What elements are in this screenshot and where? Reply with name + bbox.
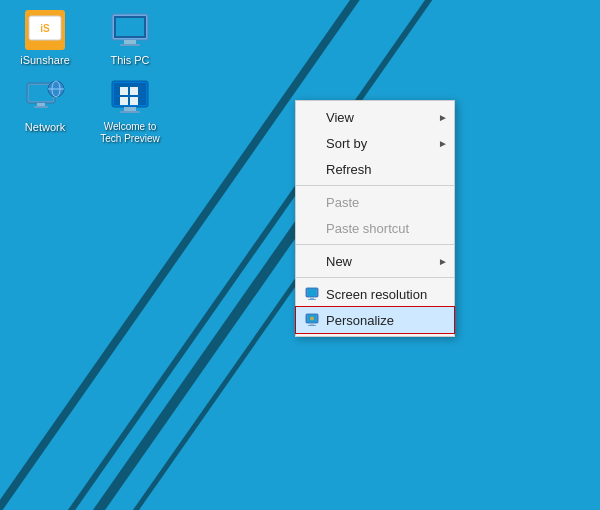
personalize-icon bbox=[304, 311, 322, 329]
icon-row-1: iS iSunshare This PC bbox=[10, 10, 165, 67]
menu-item-refresh-label: Refresh bbox=[326, 162, 434, 177]
svg-rect-21 bbox=[124, 107, 136, 111]
svg-rect-22 bbox=[120, 111, 140, 113]
svg-rect-18 bbox=[130, 87, 138, 95]
svg-rect-5 bbox=[124, 40, 136, 44]
separator-2 bbox=[296, 244, 454, 245]
svg-rect-11 bbox=[34, 106, 48, 108]
svg-text:iS: iS bbox=[40, 23, 50, 34]
thispc-label: This PC bbox=[110, 54, 149, 67]
svg-rect-26 bbox=[308, 299, 316, 300]
menu-item-sortby-label: Sort by bbox=[326, 136, 434, 151]
svg-rect-31 bbox=[308, 325, 316, 326]
desktop-icons: iS iSunshare This PC bbox=[10, 10, 165, 145]
menu-item-paste[interactable]: Paste bbox=[296, 189, 454, 215]
desktop-icon-network[interactable]: Network bbox=[10, 77, 80, 145]
separator-3 bbox=[296, 277, 454, 278]
network-label: Network bbox=[25, 121, 65, 134]
isunshare-icon-img: iS bbox=[25, 10, 65, 50]
view-arrow: ► bbox=[438, 112, 448, 123]
isunshare-label: iSunshare bbox=[20, 54, 70, 67]
menu-item-refresh[interactable]: Refresh bbox=[296, 156, 454, 182]
welcome-label: Welcome to Tech Preview bbox=[100, 121, 159, 145]
desktop-icon-isunshare[interactable]: iS iSunshare bbox=[10, 10, 80, 67]
desktop-icon-thispc[interactable]: This PC bbox=[95, 10, 165, 67]
paste-shortcut-icon-placeholder bbox=[304, 219, 322, 237]
menu-item-personalize[interactable]: Personalize bbox=[296, 307, 454, 333]
new-arrow: ► bbox=[438, 256, 448, 267]
svg-rect-6 bbox=[120, 44, 140, 46]
screen-resolution-icon bbox=[304, 285, 322, 303]
svg-rect-17 bbox=[120, 87, 128, 95]
svg-rect-20 bbox=[130, 97, 138, 105]
sortby-icon-placeholder bbox=[304, 134, 322, 152]
menu-item-new[interactable]: New ► bbox=[296, 248, 454, 274]
network-icon-img bbox=[25, 77, 65, 117]
menu-item-sortby[interactable]: Sort by ► bbox=[296, 130, 454, 156]
menu-item-new-label: New bbox=[326, 254, 434, 269]
svg-rect-24 bbox=[308, 289, 316, 296]
paste-icon-placeholder bbox=[304, 193, 322, 211]
sortby-arrow: ► bbox=[438, 138, 448, 149]
welcome-icon-img bbox=[110, 77, 150, 117]
menu-item-screen-resolution[interactable]: Screen resolution bbox=[296, 281, 454, 307]
view-icon-placeholder bbox=[304, 108, 322, 126]
svg-point-29 bbox=[310, 317, 314, 321]
menu-item-view[interactable]: View ► bbox=[296, 104, 454, 130]
svg-rect-25 bbox=[310, 297, 314, 299]
menu-item-paste-shortcut-label: Paste shortcut bbox=[326, 221, 434, 236]
svg-rect-7 bbox=[116, 18, 144, 36]
svg-rect-19 bbox=[120, 97, 128, 105]
new-icon-placeholder bbox=[304, 252, 322, 270]
thispc-icon-img bbox=[110, 10, 150, 50]
icon-row-2: Network Welcom bbox=[10, 77, 165, 145]
svg-rect-10 bbox=[37, 103, 45, 106]
menu-item-paste-shortcut[interactable]: Paste shortcut bbox=[296, 215, 454, 241]
desktop: iS iSunshare This PC bbox=[0, 0, 600, 510]
desktop-icon-welcome[interactable]: Welcome to Tech Preview bbox=[95, 77, 165, 145]
refresh-icon-placeholder bbox=[304, 160, 322, 178]
context-menu: View ► Sort by ► Refresh Paste Paste sho… bbox=[295, 100, 455, 337]
menu-item-view-label: View bbox=[326, 110, 434, 125]
separator-1 bbox=[296, 185, 454, 186]
menu-item-paste-label: Paste bbox=[326, 195, 434, 210]
svg-rect-30 bbox=[310, 323, 314, 325]
menu-item-personalize-label: Personalize bbox=[326, 313, 434, 328]
menu-item-screen-res-label: Screen resolution bbox=[326, 287, 434, 302]
